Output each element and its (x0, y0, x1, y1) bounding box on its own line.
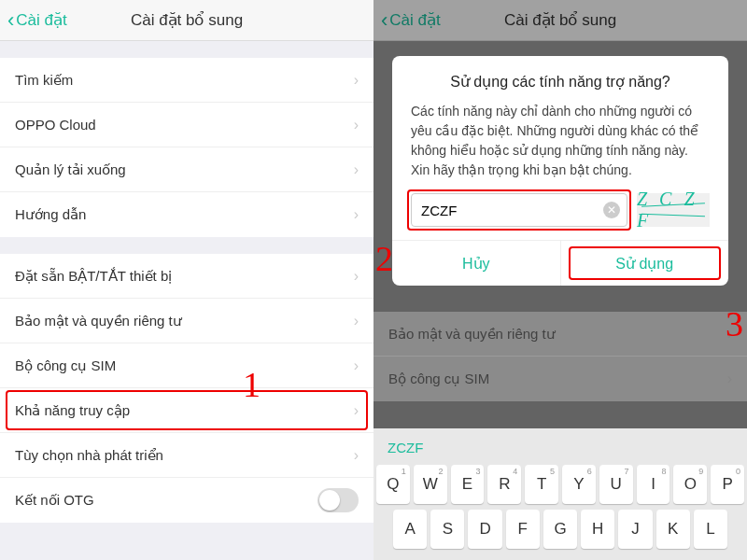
keyboard-row-2: ASDFGHJKL (376, 510, 744, 549)
key-q[interactable]: 1Q (376, 465, 410, 504)
chevron-right-icon: › (354, 206, 359, 223)
annotation-3: 3 (726, 303, 743, 344)
settings-group-2: Đặt sẵn BẬT/TẮT thiết bị› Bảo mật và quy… (0, 254, 374, 523)
row-security[interactable]: Bảo mật và quyền riêng tư› (0, 299, 374, 343)
captcha-input[interactable] (411, 193, 627, 227)
annotation-2: 2 (375, 238, 393, 279)
key-t[interactable]: 5T (525, 465, 558, 504)
chevron-right-icon: › (354, 402, 359, 419)
chevron-right-icon: › (354, 357, 359, 374)
row-oppo-cloud[interactable]: OPPO Cloud› (0, 103, 374, 147)
captcha-image: Z C Z F (637, 193, 710, 227)
row-search[interactable]: Tìm kiếm› (0, 58, 374, 103)
row-guide[interactable]: Hướng dẫn› (0, 192, 374, 237)
key-w[interactable]: 2W (414, 465, 447, 504)
chevron-right-icon: › (354, 117, 359, 133)
dialog-text: Các tính năng này chỉ dành cho những ngư… (411, 102, 710, 180)
chevron-right-icon: › (354, 447, 359, 464)
annotation-1: 1 (243, 364, 261, 405)
key-g[interactable]: G (543, 510, 577, 549)
settings-group-1: Tìm kiếm› OPPO Cloud› Quản lý tải xuống›… (0, 58, 374, 237)
row-accessibility[interactable]: Khả năng truy cập› (0, 388, 374, 433)
accessibility-dialog: Sử dụng các tính năng trợ năng? Các tính… (392, 56, 728, 286)
key-u[interactable]: 7U (599, 465, 633, 504)
dialog-buttons: Hủy Sử dụng (392, 240, 728, 286)
key-s[interactable]: S (430, 510, 464, 549)
header-left: ‹ Cài đặt Cài đặt bổ sung (0, 0, 374, 41)
dialog-title: Sử dụng các tính năng trợ năng? (411, 73, 710, 91)
key-o[interactable]: 9O (673, 465, 707, 504)
right-screen: ‹ Cài đặt Cài đặt bổ sung Bảo mật và quy… (374, 0, 747, 560)
row-otg[interactable]: Kết nối OTG (0, 478, 374, 523)
key-r[interactable]: 4R (487, 465, 521, 504)
chevron-right-icon: › (354, 268, 359, 285)
clear-icon[interactable]: ✕ (603, 202, 620, 218)
key-d[interactable]: D (468, 510, 501, 549)
back-label: Cài đặt (16, 10, 66, 30)
keyboard-row-1: 1Q2W3E4R5T6Y7U8I9O0P (376, 465, 744, 504)
chevron-left-icon: ‹ (7, 8, 14, 33)
key-y[interactable]: 6Y (562, 465, 596, 504)
row-developer[interactable]: Tùy chọn nhà phát triển› (0, 433, 374, 478)
row-schedule-power[interactable]: Đặt sẵn BẬT/TẮT thiết bị› (0, 254, 374, 299)
key-a[interactable]: A (393, 510, 427, 549)
key-h[interactable]: H (581, 510, 614, 549)
otg-toggle[interactable] (317, 488, 359, 512)
keyboard-suggestion[interactable]: ZCZF (376, 434, 744, 465)
row-downloads[interactable]: Quản lý tải xuống› (0, 147, 374, 192)
chevron-right-icon: › (354, 313, 359, 329)
key-k[interactable]: K (656, 510, 690, 549)
left-screen: ‹ Cài đặt Cài đặt bổ sung Tìm kiếm› OPPO… (0, 0, 374, 560)
key-i[interactable]: 8I (637, 465, 670, 504)
key-j[interactable]: J (618, 510, 652, 549)
keyboard: ZCZF 1Q2W3E4R5T6Y7U8I9O0P ASDFGHJKL (374, 428, 747, 560)
chevron-right-icon: › (354, 161, 359, 178)
key-l[interactable]: L (694, 510, 727, 549)
key-p[interactable]: 0P (711, 465, 744, 504)
cancel-button[interactable]: Hủy (392, 241, 561, 286)
captcha-row: ✕ Z C Z F (411, 193, 710, 227)
chevron-right-icon: › (354, 72, 359, 89)
key-e[interactable]: 3E (451, 465, 485, 504)
row-sim-toolkit[interactable]: Bộ công cụ SIM› (0, 343, 374, 388)
confirm-button[interactable]: Sử dụng (561, 241, 729, 286)
back-button[interactable]: ‹ Cài đặt (0, 8, 67, 33)
key-f[interactable]: F (506, 510, 540, 549)
